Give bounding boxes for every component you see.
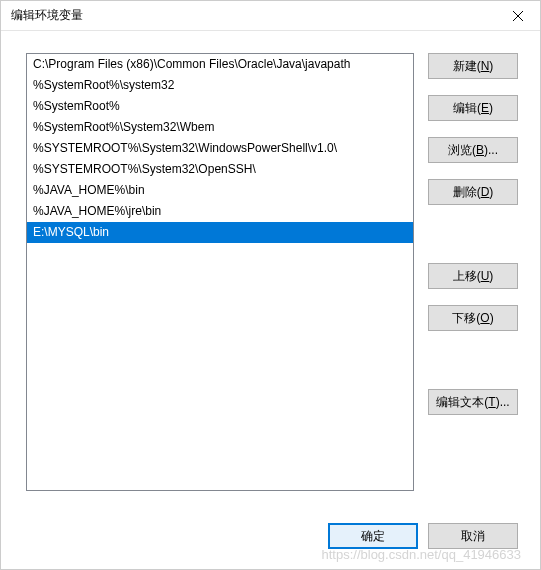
delete-button[interactable]: 删除(D) (428, 179, 518, 205)
path-listbox[interactable]: C:\Program Files (x86)\Common Files\Orac… (26, 53, 414, 491)
moveup-button[interactable]: 上移(U) (428, 263, 518, 289)
content-area: C:\Program Files (x86)\Common Files\Orac… (1, 31, 540, 513)
list-item[interactable]: %SystemRoot%\system32 (27, 75, 413, 96)
titlebar: 编辑环境变量 (1, 1, 540, 31)
close-icon (513, 11, 523, 21)
edittext-button[interactable]: 编辑文本(T)... (428, 389, 518, 415)
list-item[interactable]: %SYSTEMROOT%\System32\WindowsPowerShell\… (27, 138, 413, 159)
list-item[interactable]: %JAVA_HOME%\bin (27, 180, 413, 201)
list-item[interactable]: C:\Program Files (x86)\Common Files\Orac… (27, 54, 413, 75)
title-text: 编辑环境变量 (11, 7, 83, 24)
new-button[interactable]: 新建(N) (428, 53, 518, 79)
edit-button[interactable]: 编辑(E) (428, 95, 518, 121)
list-item[interactable]: %SYSTEMROOT%\System32\OpenSSH\ (27, 159, 413, 180)
browse-button[interactable]: 浏览(B)... (428, 137, 518, 163)
list-item[interactable]: E:\MYSQL\bin (27, 222, 413, 243)
cancel-button[interactable]: 取消 (428, 523, 518, 549)
list-item[interactable]: %JAVA_HOME%\jre\bin (27, 201, 413, 222)
movedown-button[interactable]: 下移(O) (428, 305, 518, 331)
side-buttons: 新建(N) 编辑(E) 浏览(B)... 删除(D) 上移(U) 下移(O) 编… (428, 53, 518, 503)
list-item[interactable]: %SystemRoot%\System32\Wbem (27, 117, 413, 138)
list-item[interactable]: %SystemRoot% (27, 96, 413, 117)
ok-button[interactable]: 确定 (328, 523, 418, 549)
bottom-bar: 确定 取消 (1, 513, 540, 569)
close-button[interactable] (495, 1, 540, 31)
dialog-window: 编辑环境变量 C:\Program Files (x86)\Common Fil… (0, 0, 541, 570)
